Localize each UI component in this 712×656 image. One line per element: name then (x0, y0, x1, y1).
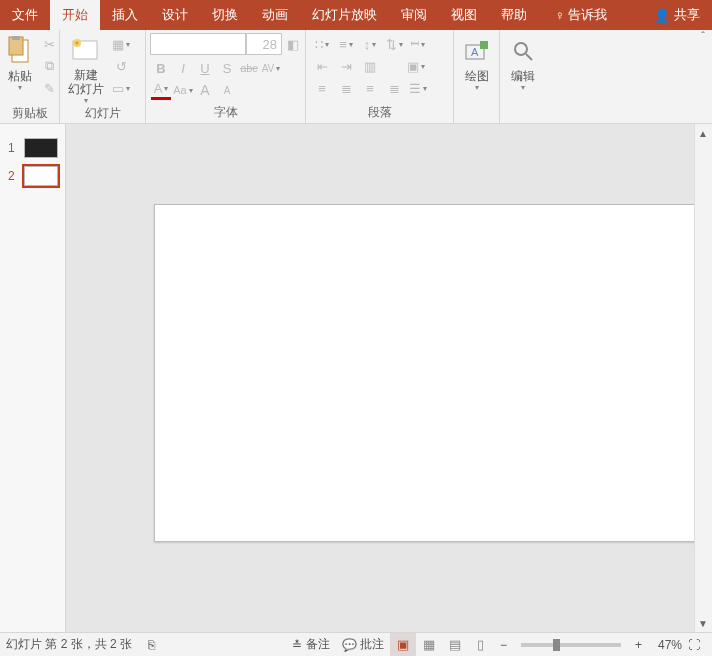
copy-icon: ⧉ (45, 58, 54, 74)
distribute-button[interactable]: ☰ (407, 78, 429, 98)
sorter-view-icon: ▦ (423, 637, 435, 652)
align-center-icon: ≣ (341, 81, 352, 96)
outdent-icon: ⇤ (317, 59, 328, 74)
fit-icon: ⛶ (688, 638, 700, 652)
drawing-button[interactable]: A 绘图 ▾ (458, 33, 495, 105)
tab-design[interactable]: 设计 (150, 0, 200, 30)
svg-line-9 (526, 54, 532, 60)
status-bar: 幻灯片 第 2 张，共 2 张 ⎘ ≛ 备注 💬 批注 ▣ ▦ ▤ ▯ − + … (0, 632, 712, 656)
tab-insert[interactable]: 插入 (100, 0, 150, 30)
format-painter-button[interactable]: ✎ (39, 78, 59, 98)
tab-animations[interactable]: 动画 (250, 0, 300, 30)
group-label-font: 字体 (150, 104, 301, 123)
tell-me[interactable]: ♀ 告诉我 (543, 0, 619, 30)
align-text-button[interactable]: ⎶ (407, 34, 429, 54)
decrease-indent-button[interactable]: ⇤ (311, 56, 333, 76)
new-slide-button[interactable]: 新建 幻灯片 ▾ (64, 33, 108, 105)
numbering-button[interactable]: ≡ (335, 34, 357, 54)
find-icon (507, 35, 539, 67)
bullets-button[interactable]: ∷ (311, 34, 333, 54)
change-case-button[interactable]: Aa (173, 80, 193, 100)
tab-review[interactable]: 审阅 (389, 0, 439, 30)
comments-button[interactable]: 💬 批注 (336, 633, 390, 657)
shadow-button[interactable]: S (217, 58, 237, 78)
tab-view[interactable]: 视图 (439, 0, 489, 30)
fit-window-button[interactable]: ⛶ (682, 633, 706, 657)
group-label-paragraph: 段落 (310, 104, 449, 123)
font-color-button[interactable]: A (151, 80, 171, 100)
clear-format-button[interactable]: ◧ (283, 34, 303, 54)
ribbon-tabs: 文件 开始 插入 设计 切换 动画 幻灯片放映 审阅 视图 帮助 ♀ 告诉我 👤… (0, 0, 712, 30)
align-right-button[interactable]: ≡ (359, 78, 381, 98)
normal-view-button[interactable]: ▣ (390, 633, 416, 657)
line-spacing-button[interactable]: ↕ (359, 34, 381, 54)
person-icon: 👤 (654, 8, 674, 23)
new-slide-icon (70, 35, 102, 66)
text-direction-icon: ⇅ (386, 37, 397, 52)
group-editing: 编辑 ▾ (500, 30, 546, 123)
ribbon: ˆ 粘贴 ▾ ✂ ⧉ ✎ 剪贴板 新建 幻灯片 (0, 30, 712, 124)
bold-button[interactable]: B (151, 58, 171, 78)
copy-button[interactable]: ⧉ (39, 56, 59, 76)
font-name-combo[interactable] (150, 33, 246, 55)
italic-button[interactable]: I (173, 58, 193, 78)
vertical-scrollbar[interactable]: ▲ ▼ (694, 124, 712, 632)
tab-transitions[interactable]: 切换 (200, 0, 250, 30)
reset-icon: ↺ (116, 59, 127, 74)
notes-icon: ≛ (292, 638, 305, 652)
increase-indent-button[interactable]: ⇥ (335, 56, 357, 76)
tab-help[interactable]: 帮助 (489, 0, 539, 30)
slide-canvas[interactable] (154, 204, 712, 542)
tab-file[interactable]: 文件 (0, 0, 50, 30)
section-icon: ▭ (112, 81, 124, 96)
scroll-up-button[interactable]: ▲ (694, 124, 712, 142)
font-size-combo[interactable]: 28 (246, 33, 282, 55)
tab-home[interactable]: 开始 (50, 0, 100, 30)
zoom-slider[interactable] (521, 643, 621, 647)
collapse-ribbon-button[interactable]: ˆ (696, 29, 710, 43)
normal-view-icon: ▣ (397, 637, 409, 652)
text-direction-button[interactable]: ⇅ (383, 34, 405, 54)
group-label-editing (504, 121, 542, 123)
zoom-slider-knob[interactable] (553, 639, 560, 651)
notes-button[interactable]: ≛ 备注 (286, 633, 335, 657)
tab-slideshow[interactable]: 幻灯片放映 (300, 0, 389, 30)
char-spacing-button[interactable]: AV (261, 58, 281, 78)
group-clipboard: 粘贴 ▾ ✂ ⧉ ✎ 剪贴板 (0, 30, 60, 123)
align-center-button[interactable]: ≣ (335, 78, 357, 98)
grow-font-button[interactable]: A (195, 80, 215, 100)
thumbnail-panel: 1 2 (0, 124, 66, 632)
justify-icon: ≣ (389, 81, 400, 96)
zoom-level[interactable]: 47% (648, 638, 682, 652)
underline-button[interactable]: U (195, 58, 215, 78)
scroll-down-button[interactable]: ▼ (694, 614, 712, 632)
shrink-font-button[interactable]: A (217, 80, 237, 100)
editing-button[interactable]: 编辑 ▾ (504, 33, 542, 105)
bullets-icon: ∷ (315, 37, 323, 52)
zoom-in-button[interactable]: + (629, 633, 648, 657)
paste-button[interactable]: 粘贴 ▾ (4, 33, 36, 105)
reading-view-button[interactable]: ▤ (442, 633, 468, 657)
columns-button[interactable]: ▥ (359, 56, 381, 76)
sorter-view-button[interactable]: ▦ (416, 633, 442, 657)
align-left-button[interactable]: ≡ (311, 78, 333, 98)
cut-button[interactable]: ✂ (39, 34, 59, 54)
justify-button[interactable]: ≣ (383, 78, 405, 98)
section-button[interactable]: ▭ (111, 78, 131, 98)
layout-button[interactable]: ▦ (111, 34, 131, 54)
reset-button[interactable]: ↺ (111, 56, 131, 76)
group-label-clipboard: 剪贴板 (4, 105, 55, 124)
smartart-button[interactable]: ▣ (405, 56, 427, 76)
slideshow-view-button[interactable]: ▯ (468, 633, 494, 657)
eraser-icon: ◧ (287, 37, 299, 52)
slide-thumbnail-1[interactable]: 1 (0, 134, 65, 162)
strike-button[interactable]: abc (239, 58, 259, 78)
zoom-out-button[interactable]: − (494, 633, 513, 657)
clipboard-icon (4, 35, 36, 67)
slide-thumbnail-2[interactable]: 2 (0, 162, 65, 190)
share-button[interactable]: 👤 共享 (642, 0, 712, 30)
spellcheck-icon: ⎘ (148, 638, 155, 652)
group-paragraph: ∷ ≡ ↕ ⇅ ⎶ ⇤ ⇥ ▥ ▣ ≡ ≣ ≡ ≣ ☰ 段落 (306, 30, 454, 123)
group-label-slides: 幻灯片 (64, 105, 141, 124)
spellcheck-button[interactable]: ⎘ (142, 633, 161, 657)
